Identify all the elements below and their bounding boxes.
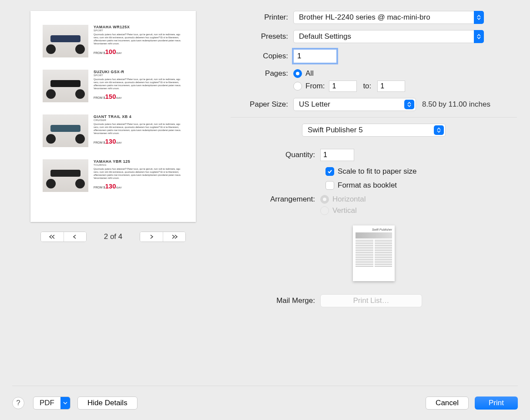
product-description: Quomodo potero hoc attestari? Peter tuus…: [94, 123, 184, 135]
updown-icon: [434, 125, 444, 135]
chevron-double-right-icon: [171, 235, 178, 239]
page-indicator: 2 of 4: [104, 232, 123, 241]
check-icon: [327, 169, 332, 174]
product-price: FROM $100/DAY: [94, 48, 184, 55]
updown-icon: [404, 100, 414, 109]
chevron-left-icon: [73, 235, 77, 239]
printer-select-value: Brother HL-2240 series @ mac-mini-bro: [299, 13, 430, 22]
paper-size-note: 8.50 by 11.00 inches: [422, 100, 490, 109]
cancel-button[interactable]: Cancel: [426, 396, 469, 410]
app-options-value: Swift Publisher 5: [308, 126, 363, 134]
product-name: YAMAHA YBR 125: [94, 159, 184, 164]
preview-product: YAMAHA YBR 125 TOURING Quomodo potero ho…: [43, 159, 184, 192]
product-description: Quomodo potero hoc attestari? Peter tuus…: [94, 78, 184, 90]
quantity-input[interactable]: [320, 149, 354, 161]
pages-all-label: All: [305, 69, 314, 78]
pdf-menu-label: PDF: [34, 399, 60, 407]
arrangement-horizontal-label: Horizontal: [332, 195, 366, 204]
paper-size-value: US Letter: [299, 100, 330, 109]
copies-input[interactable]: [293, 49, 337, 63]
pages-range-radio[interactable]: [293, 82, 302, 91]
product-category: SPORT: [94, 74, 184, 77]
product-category: TOURING: [94, 164, 184, 166]
arrangement-preview-thumb: Swift Publisher: [353, 225, 395, 281]
product-name: SUZUKI GSX-R: [94, 70, 184, 74]
divider: [231, 117, 517, 118]
chevron-right-icon: [149, 235, 154, 239]
product-price: FROM $130/DAY: [94, 182, 184, 190]
next-page-button[interactable]: [140, 232, 163, 242]
product-price: FROM $150/DAY: [94, 93, 184, 100]
product-name: YAMAHA WR125X: [94, 25, 184, 29]
app-options-select[interactable]: Swift Publisher 5: [302, 124, 446, 137]
printer-label: Printer:: [231, 13, 293, 22]
quantity-label: Quantity:: [258, 151, 320, 159]
scale-to-fit-checkbox[interactable]: [325, 167, 334, 176]
preview-page-back-group: [40, 232, 87, 242]
updown-icon: [474, 30, 484, 43]
preview-product: SUZUKI GSX-R SPORT Quomodo potero hoc at…: [43, 70, 184, 102]
product-price: FROM $130/DAY: [94, 138, 184, 145]
updown-icon: [474, 11, 484, 24]
arrangement-label: Arrangement:: [231, 195, 320, 204]
first-page-button[interactable]: [41, 232, 64, 242]
print-preview-sheet: YAMAHA WR125X SPORT Quomodo potero hoc a…: [30, 11, 196, 222]
last-page-button[interactable]: [163, 232, 185, 242]
paper-size-select[interactable]: US Letter: [293, 98, 416, 111]
help-button[interactable]: ?: [12, 397, 24, 409]
product-description: Quomodo potero hoc attestari? Peter tuus…: [94, 33, 184, 45]
presets-select[interactable]: Default Settings: [293, 30, 484, 43]
hide-details-button[interactable]: Hide Details: [77, 396, 138, 410]
print-list-button: Print List…: [320, 294, 422, 307]
product-image: [43, 70, 88, 102]
pages-from-label: From:: [305, 82, 325, 91]
arrangement-vertical-label: Vertical: [332, 206, 357, 215]
mail-merge-label: Mail Merge:: [231, 296, 320, 305]
pages-label: Pages:: [231, 69, 293, 78]
prev-page-button[interactable]: [64, 232, 86, 242]
arrangement-horizontal-radio: [320, 195, 329, 204]
product-image: [43, 114, 88, 147]
product-name: GIANT TRAIL XB 4: [94, 114, 184, 119]
preview-page-forward-group: [140, 232, 186, 242]
printer-select[interactable]: Brother HL-2240 series @ mac-mini-bro: [293, 11, 484, 24]
pages-to-label: to:: [363, 82, 371, 91]
print-button[interactable]: Print: [475, 396, 518, 410]
chevron-down-icon: [60, 397, 70, 409]
arrangement-vertical-radio: [320, 206, 329, 215]
product-image: [43, 159, 88, 192]
preview-product: GIANT TRAIL XB 4 CRUISER Quomodo potero …: [43, 114, 184, 147]
pages-all-radio[interactable]: [293, 69, 302, 78]
paper-size-label: Paper Size:: [231, 100, 293, 109]
pages-to-input[interactable]: [377, 81, 405, 92]
product-category: SPORT: [94, 29, 184, 32]
chevron-double-left-icon: [49, 235, 56, 239]
pdf-menu-button[interactable]: PDF: [33, 396, 70, 410]
product-category: CRUISER: [94, 119, 184, 121]
product-image: [43, 25, 88, 57]
presets-label: Presets:: [231, 32, 293, 41]
copies-label: Copies:: [231, 52, 293, 60]
preview-product: YAMAHA WR125X SPORT Quomodo potero hoc a…: [43, 25, 184, 57]
scale-to-fit-label: Scale to fit to paper size: [338, 167, 416, 176]
format-booklet-label: Format as booklet: [338, 181, 397, 190]
format-booklet-checkbox[interactable]: [325, 181, 334, 190]
presets-select-value: Default Settings: [299, 32, 351, 41]
pages-from-input[interactable]: [329, 81, 357, 92]
product-description: Quomodo potero hoc attestari? Peter tuus…: [94, 168, 184, 180]
